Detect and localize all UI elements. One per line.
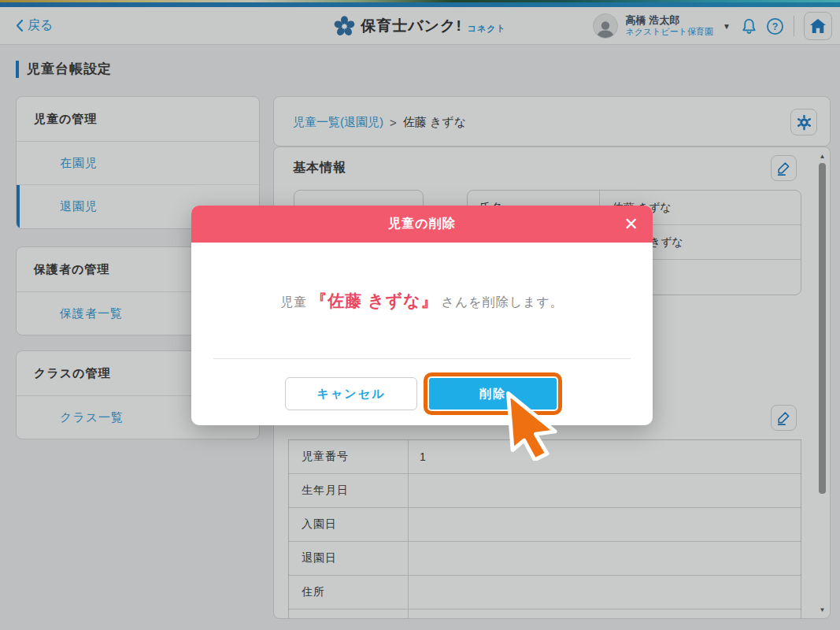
modal-divider (213, 358, 631, 359)
delete-button[interactable]: 削除 (429, 378, 557, 410)
app-root: 戻る 保育士バンク! コネクト (0, 0, 840, 630)
annotation-highlight-ring: 削除 (424, 372, 562, 415)
message-suffix: さんを削除します。 (442, 295, 564, 309)
close-icon[interactable]: ✕ (624, 206, 638, 243)
modal-header: 児童の削除 ✕ (191, 206, 653, 243)
cancel-button[interactable]: キャンセル (285, 377, 417, 410)
modal-title: 児童の削除 (388, 216, 455, 232)
message-child-name: 『佐藤 きずな』 (310, 291, 438, 309)
delete-child-modal: 児童の削除 ✕ 児童『佐藤 きずな』さんを削除します。 キャンセル 削除 (191, 206, 653, 425)
modal-body: 児童『佐藤 きずな』さんを削除します。 (191, 243, 653, 358)
message-prefix: 児童 (280, 295, 307, 309)
delete-message: 児童『佐藤 きずな』さんを削除します。 (280, 290, 564, 312)
